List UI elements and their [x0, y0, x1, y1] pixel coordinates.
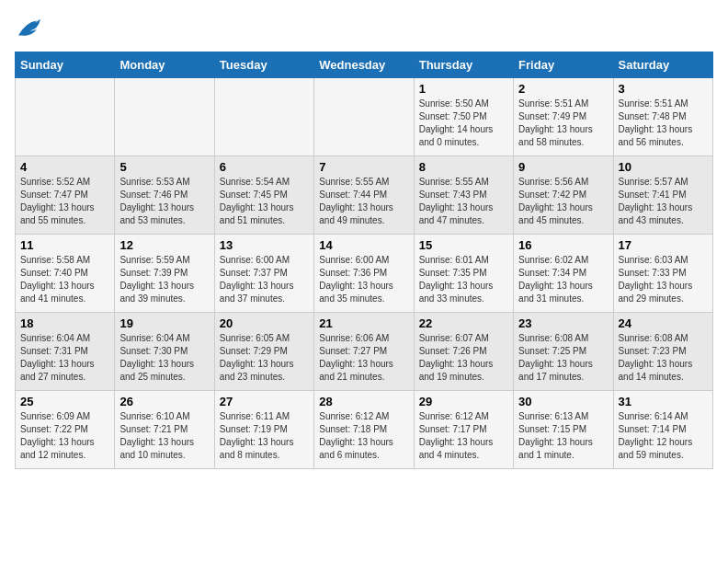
calendar-cell: 3Sunrise: 5:51 AMSunset: 7:48 PMDaylight…	[613, 78, 712, 156]
day-number: 22	[419, 316, 508, 330]
day-info: Sunrise: 5:50 AMSunset: 7:50 PMDaylight:…	[419, 98, 508, 149]
calendar-cell: 23Sunrise: 6:08 AMSunset: 7:25 PMDayligh…	[514, 313, 613, 391]
calendar-cell: 28Sunrise: 6:12 AMSunset: 7:18 PMDayligh…	[314, 391, 414, 469]
day-info: Sunrise: 5:54 AMSunset: 7:45 PMDaylight:…	[220, 176, 309, 227]
page-header	[15, 15, 713, 40]
day-number: 16	[518, 238, 608, 252]
day-number: 25	[20, 395, 109, 408]
day-info: Sunrise: 6:12 AMSunset: 7:18 PMDaylight:…	[319, 410, 408, 462]
calendar-week-2: 4Sunrise: 5:52 AMSunset: 7:47 PMDaylight…	[16, 156, 713, 235]
day-number: 27	[220, 395, 309, 408]
weekday-header-thursday: Thursday	[414, 52, 513, 78]
calendar-cell: 5Sunrise: 5:53 AMSunset: 7:46 PMDaylight…	[115, 156, 214, 235]
calendar-cell: 10Sunrise: 5:57 AMSunset: 7:41 PMDayligh…	[613, 156, 712, 235]
calendar-cell	[214, 78, 313, 156]
day-number: 24	[619, 316, 708, 330]
weekday-header-saturday: Saturday	[613, 52, 712, 78]
day-info: Sunrise: 6:07 AMSunset: 7:26 PMDaylight:…	[419, 332, 508, 384]
day-number: 17	[619, 238, 708, 252]
calendar-cell: 27Sunrise: 6:11 AMSunset: 7:19 PMDayligh…	[214, 391, 313, 469]
calendar-cell: 15Sunrise: 6:01 AMSunset: 7:35 PMDayligh…	[414, 235, 513, 313]
calendar-cell: 17Sunrise: 6:03 AMSunset: 7:33 PMDayligh…	[613, 235, 712, 313]
calendar-cell: 31Sunrise: 6:14 AMSunset: 7:14 PMDayligh…	[613, 391, 712, 469]
calendar-cell	[314, 78, 414, 156]
logo	[15, 15, 48, 40]
day-info: Sunrise: 5:57 AMSunset: 7:41 PMDaylight:…	[619, 176, 708, 227]
day-info: Sunrise: 6:03 AMSunset: 7:33 PMDaylight:…	[619, 254, 708, 305]
day-info: Sunrise: 6:12 AMSunset: 7:17 PMDaylight:…	[419, 410, 508, 462]
day-number: 1	[419, 82, 508, 96]
day-number: 8	[419, 160, 508, 174]
day-info: Sunrise: 5:55 AMSunset: 7:44 PMDaylight:…	[319, 176, 408, 227]
day-info: Sunrise: 6:06 AMSunset: 7:27 PMDaylight:…	[319, 332, 408, 384]
calendar-cell: 7Sunrise: 5:55 AMSunset: 7:44 PMDaylight…	[314, 156, 414, 235]
calendar-cell	[115, 78, 214, 156]
day-info: Sunrise: 6:05 AMSunset: 7:29 PMDaylight:…	[220, 332, 309, 384]
day-number: 26	[119, 395, 209, 408]
day-number: 10	[619, 160, 708, 174]
calendar-week-1: 1Sunrise: 5:50 AMSunset: 7:50 PMDaylight…	[16, 78, 713, 156]
day-info: Sunrise: 5:52 AMSunset: 7:47 PMDaylight:…	[20, 176, 109, 227]
day-number: 19	[119, 316, 209, 330]
calendar-header: SundayMondayTuesdayWednesdayThursdayFrid…	[16, 52, 713, 78]
calendar-cell: 25Sunrise: 6:09 AMSunset: 7:22 PMDayligh…	[16, 391, 115, 469]
calendar-week-3: 11Sunrise: 5:58 AMSunset: 7:40 PMDayligh…	[16, 235, 713, 313]
day-number: 18	[20, 316, 109, 330]
day-number: 6	[220, 160, 309, 174]
weekday-header-tuesday: Tuesday	[214, 52, 313, 78]
calendar-cell: 29Sunrise: 6:12 AMSunset: 7:17 PMDayligh…	[414, 391, 513, 469]
day-info: Sunrise: 6:10 AMSunset: 7:21 PMDaylight:…	[119, 410, 209, 462]
day-number: 21	[319, 316, 408, 330]
day-number: 5	[119, 160, 209, 174]
weekday-header-wednesday: Wednesday	[314, 52, 414, 78]
day-number: 7	[319, 160, 408, 174]
day-info: Sunrise: 6:14 AMSunset: 7:14 PMDaylight:…	[619, 410, 708, 462]
calendar-body: 1Sunrise: 5:50 AMSunset: 7:50 PMDaylight…	[16, 78, 713, 469]
day-number: 23	[518, 316, 608, 330]
calendar-cell: 16Sunrise: 6:02 AMSunset: 7:34 PMDayligh…	[514, 235, 613, 313]
calendar-cell: 22Sunrise: 6:07 AMSunset: 7:26 PMDayligh…	[414, 313, 513, 391]
day-number: 29	[419, 395, 508, 408]
calendar-cell	[16, 78, 115, 156]
day-info: Sunrise: 5:53 AMSunset: 7:46 PMDaylight:…	[119, 176, 209, 227]
calendar-cell: 11Sunrise: 5:58 AMSunset: 7:40 PMDayligh…	[16, 235, 115, 313]
calendar-cell: 1Sunrise: 5:50 AMSunset: 7:50 PMDaylight…	[414, 78, 513, 156]
day-info: Sunrise: 6:04 AMSunset: 7:30 PMDaylight:…	[119, 332, 209, 384]
day-number: 30	[518, 395, 608, 408]
day-number: 28	[319, 395, 408, 408]
calendar-cell: 14Sunrise: 6:00 AMSunset: 7:36 PMDayligh…	[314, 235, 414, 313]
day-info: Sunrise: 6:09 AMSunset: 7:22 PMDaylight:…	[20, 410, 109, 462]
day-info: Sunrise: 6:13 AMSunset: 7:15 PMDaylight:…	[518, 410, 608, 462]
calendar-cell: 4Sunrise: 5:52 AMSunset: 7:47 PMDaylight…	[16, 156, 115, 235]
logo-icon	[15, 15, 44, 40]
day-number: 4	[20, 160, 109, 174]
day-info: Sunrise: 5:51 AMSunset: 7:48 PMDaylight:…	[619, 98, 708, 149]
day-info: Sunrise: 5:55 AMSunset: 7:43 PMDaylight:…	[419, 176, 508, 227]
calendar-cell: 13Sunrise: 6:00 AMSunset: 7:37 PMDayligh…	[214, 235, 313, 313]
day-info: Sunrise: 5:59 AMSunset: 7:39 PMDaylight:…	[119, 254, 209, 305]
day-info: Sunrise: 6:00 AMSunset: 7:36 PMDaylight:…	[319, 254, 408, 305]
day-number: 20	[220, 316, 309, 330]
day-info: Sunrise: 6:04 AMSunset: 7:31 PMDaylight:…	[20, 332, 109, 384]
day-number: 14	[319, 238, 408, 252]
day-info: Sunrise: 6:08 AMSunset: 7:23 PMDaylight:…	[619, 332, 708, 384]
calendar-cell: 26Sunrise: 6:10 AMSunset: 7:21 PMDayligh…	[115, 391, 214, 469]
weekday-header-monday: Monday	[115, 52, 214, 78]
day-number: 31	[619, 395, 708, 408]
day-info: Sunrise: 6:02 AMSunset: 7:34 PMDaylight:…	[518, 254, 608, 305]
day-info: Sunrise: 6:08 AMSunset: 7:25 PMDaylight:…	[518, 332, 608, 384]
day-info: Sunrise: 6:00 AMSunset: 7:37 PMDaylight:…	[220, 254, 309, 305]
day-info: Sunrise: 5:56 AMSunset: 7:42 PMDaylight:…	[518, 176, 608, 227]
calendar-table: SundayMondayTuesdayWednesdayThursdayFrid…	[15, 52, 713, 469]
day-info: Sunrise: 6:01 AMSunset: 7:35 PMDaylight:…	[419, 254, 508, 305]
day-number: 11	[20, 238, 109, 252]
calendar-cell: 21Sunrise: 6:06 AMSunset: 7:27 PMDayligh…	[314, 313, 414, 391]
calendar-cell: 9Sunrise: 5:56 AMSunset: 7:42 PMDaylight…	[514, 156, 613, 235]
day-number: 3	[619, 82, 708, 96]
weekday-row: SundayMondayTuesdayWednesdayThursdayFrid…	[16, 52, 713, 78]
calendar-week-5: 25Sunrise: 6:09 AMSunset: 7:22 PMDayligh…	[16, 391, 713, 469]
day-number: 9	[518, 160, 608, 174]
day-info: Sunrise: 5:58 AMSunset: 7:40 PMDaylight:…	[20, 254, 109, 305]
day-number: 12	[119, 238, 209, 252]
day-number: 2	[518, 82, 608, 96]
